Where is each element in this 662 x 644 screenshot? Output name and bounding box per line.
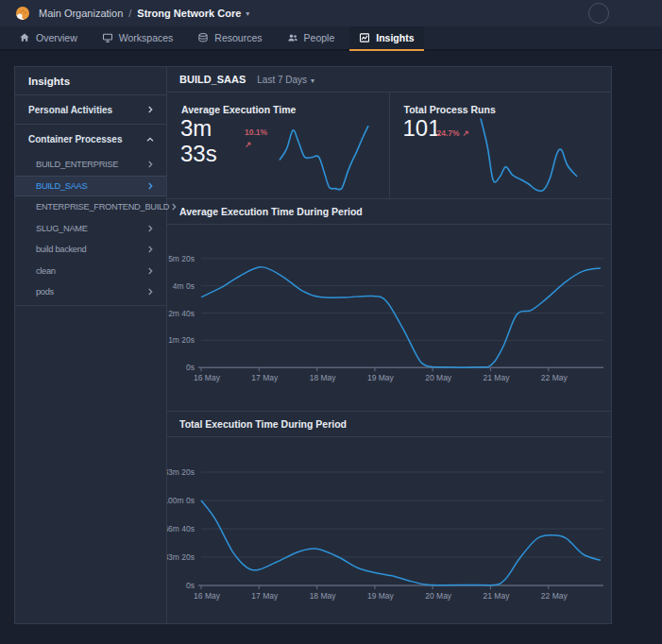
chevron-right-icon xyxy=(145,105,155,114)
stat-delta: 10.1%↗ xyxy=(245,127,267,149)
sidebar-item-clean[interactable]: clean xyxy=(15,261,166,282)
stat-sparkline xyxy=(479,113,579,195)
stack-icon xyxy=(197,32,209,43)
y-axis-label: 4m 0s xyxy=(173,281,195,291)
x-axis-label: 18 May xyxy=(310,591,337,601)
tab-insights[interactable]: Insights xyxy=(349,26,423,51)
stat-value: 3m33s xyxy=(180,115,217,166)
trend-up-icon: ↗ xyxy=(463,128,469,138)
chevron-right-icon xyxy=(145,224,155,233)
main-nav: OverviewWorkspacesResourcesPeopleInsight… xyxy=(0,26,662,51)
sidebar-title: Insights xyxy=(15,67,166,95)
home-icon xyxy=(19,32,30,43)
y-axis-label: 66m 40s xyxy=(167,524,195,534)
avatar[interactable] xyxy=(588,3,609,24)
date-range-dropdown[interactable]: Last 7 Days▾ xyxy=(257,75,314,85)
avg-execution-chart: 5m 20s4m 0s2m 40s1m 20s0s16 May17 May18 … xyxy=(167,225,611,412)
tab-resources[interactable]: Resources xyxy=(188,26,271,51)
stat-card-total-process-runs: Total Process Runs10124.7%↗ xyxy=(389,93,612,198)
app-logo-icon xyxy=(15,6,30,21)
stat-card-average-execution-time: Average Execution Time3m33s10.1%↗ xyxy=(167,93,389,198)
x-axis-label: 17 May xyxy=(251,591,279,601)
breadcrumb-separator: / xyxy=(128,8,131,19)
sidebar-item-pods[interactable]: pods xyxy=(15,281,166,303)
process-header: BUILD_SAAS Last 7 Days▾ xyxy=(167,67,611,93)
workspace-switcher[interactable]: Strong Network Core xyxy=(137,8,241,19)
stat-delta: 24.7%↗ xyxy=(437,128,469,138)
y-axis-label: 133m 20s xyxy=(167,467,195,477)
content-container: Insights Personal ActivitiesContainer Pr… xyxy=(14,66,612,624)
x-axis-label: 21 May xyxy=(484,591,511,601)
people-icon xyxy=(287,32,298,43)
panel-title-total-exec: Total Execution Time During Period xyxy=(167,412,611,437)
x-axis-label: 22 May xyxy=(541,373,569,382)
x-axis-label: 21 May xyxy=(484,373,511,382)
x-axis-label: 20 May xyxy=(425,591,452,601)
x-axis-label: 20 May xyxy=(425,373,452,382)
chevron-down-icon: ▾ xyxy=(311,76,314,85)
trend-up-icon: ↗ xyxy=(245,140,267,149)
page-title: BUILD_SAAS xyxy=(179,74,246,85)
x-axis-label: 19 May xyxy=(367,591,395,601)
chevron-right-icon xyxy=(145,266,155,276)
tab-workspaces[interactable]: Workspaces xyxy=(93,26,183,51)
x-axis-label: 16 May xyxy=(194,373,221,382)
sidebar-item-build_enterprise[interactable]: BUILD_ENTERPRISE xyxy=(15,154,166,176)
topbar: Main Organization / Strong Network Core … xyxy=(0,0,662,26)
y-axis-label: 1m 20s xyxy=(168,335,195,345)
sidebar-item-slug_name[interactable]: SLUG_NAME xyxy=(15,218,166,240)
y-axis-label: 100m 0s xyxy=(167,496,195,505)
y-axis-label: 5m 20s xyxy=(168,254,195,263)
sidebar-item-enterprise_frontend_build[interactable]: ENTERPRISE_FRONTEND_BUILD xyxy=(15,196,166,218)
stat-value: 101 xyxy=(403,115,441,141)
chevron-right-icon xyxy=(145,287,155,297)
stat-title: Average Execution Time xyxy=(181,104,296,115)
y-axis-label: 0s xyxy=(186,363,195,372)
line-chart-svg: 5m 20s4m 0s2m 40s1m 20s0s16 May17 May18 … xyxy=(167,225,611,411)
chevron-right-icon xyxy=(145,181,155,191)
sidebar-item-build_saas[interactable]: BUILD_SAAS xyxy=(15,176,166,197)
x-axis-label: 17 May xyxy=(251,373,279,382)
line-chart-svg: 133m 20s100m 0s66m 40s33m 20s0s16 May17 … xyxy=(167,437,611,623)
x-axis-label: 18 May xyxy=(310,373,337,382)
sidebar-section-personal-activities[interactable]: Personal Activities xyxy=(15,95,166,125)
tab-people[interactable]: People xyxy=(278,26,345,51)
x-axis-label: 19 May xyxy=(367,373,395,382)
y-axis-label: 0s xyxy=(186,581,195,590)
sidebar-item-build-backend[interactable]: build backend xyxy=(15,239,166,261)
y-axis-label: 2m 40s xyxy=(168,309,195,318)
y-axis-label: 33m 20s xyxy=(167,552,195,562)
breadcrumb-organization: Main Organization xyxy=(39,8,123,19)
chevron-right-icon xyxy=(145,160,155,169)
sidebar-section-container-processes[interactable]: Container Processes xyxy=(15,125,166,154)
x-axis-label: 16 May xyxy=(194,591,221,601)
chevron-right-icon xyxy=(145,245,155,254)
chevron-down-icon[interactable]: ▾ xyxy=(246,9,249,18)
sidebar: Insights Personal ActivitiesContainer Pr… xyxy=(15,67,167,623)
insights-icon xyxy=(359,32,370,43)
main-content: BUILD_SAAS Last 7 Days▾ Average Executio… xyxy=(167,67,611,623)
x-axis-label: 22 May xyxy=(541,591,569,601)
tab-overview[interactable]: Overview xyxy=(9,26,87,51)
stats-row: Average Execution Time3m33s10.1%↗Total P… xyxy=(167,93,611,199)
panel-title-avg-exec: Average Execution Time During Period xyxy=(167,199,611,225)
total-execution-chart: 133m 20s100m 0s66m 40s33m 20s0s16 May17 … xyxy=(167,437,611,623)
chevron-up-icon xyxy=(145,135,155,144)
stat-sparkline xyxy=(278,121,370,193)
monitor-icon xyxy=(102,32,113,43)
